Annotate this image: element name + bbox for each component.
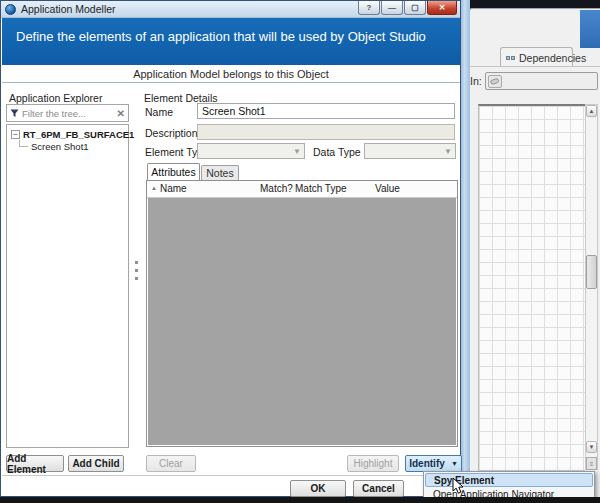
ok-label: OK [311, 483, 326, 494]
chevron-down-icon: ▼ [451, 460, 458, 467]
add-element-button[interactable]: Add Element [6, 455, 64, 472]
clear-label: Clear [159, 458, 183, 469]
element-type-select[interactable]: ▼ [197, 143, 305, 159]
sort-ascending-icon: ▲ [151, 185, 157, 191]
clear-button[interactable]: Clear [146, 455, 196, 472]
tree-connector [19, 140, 28, 147]
dependencies-tab-label: Dependencies [519, 52, 586, 64]
chevron-down-icon: ▼ [293, 147, 301, 156]
app-icon [5, 4, 16, 15]
in-filter-input[interactable] [485, 72, 598, 90]
add-element-label: Add Element [7, 453, 63, 475]
scroll-up-icon: ▲ [589, 108, 595, 114]
chevron-down-icon: ▼ [444, 147, 452, 156]
process-grid-canvas [478, 104, 585, 470]
minimize-button[interactable]: — [381, 1, 403, 15]
mouse-cursor [452, 477, 465, 499]
scroll-down-icon: ▼ [589, 444, 595, 450]
identify-dropdown-button[interactable]: ▼ [448, 455, 462, 472]
column-header-value[interactable]: Value [375, 183, 400, 194]
attributes-table: ▲ Name Match? Match Type Value [146, 180, 458, 447]
grip-icon: ≡ [590, 461, 594, 467]
ok-button[interactable]: OK [290, 480, 346, 497]
collapse-icon[interactable]: − [11, 130, 20, 139]
tab-underline [469, 66, 600, 67]
tab-notes-label: Notes [206, 167, 233, 179]
panel-splitter[interactable] [132, 92, 141, 448]
application-explorer-title: Application Explorer [9, 92, 102, 104]
description-label: Description [145, 127, 198, 139]
add-child-label: Add Child [72, 458, 119, 469]
column-header-match-type[interactable]: Match Type [295, 183, 347, 194]
tree-node-child[interactable]: Screen Shot1 [7, 140, 128, 152]
identify-label: Identify [409, 458, 445, 469]
column-header-match[interactable]: Match? [260, 183, 293, 194]
scroll-up-button[interactable]: ▲ [586, 105, 597, 117]
subtitle-bar: Application Model belongs to this Object [2, 65, 460, 83]
name-input[interactable] [197, 103, 455, 119]
help-button[interactable]: ? [358, 1, 380, 15]
cancel-button[interactable]: Cancel [353, 480, 404, 497]
data-type-select[interactable]: ▼ [364, 143, 456, 159]
application-tree[interactable]: − RT_6PM_FB_SURFACE1 Screen Shot1 [6, 124, 129, 448]
menu-item-spy-element[interactable]: Spy Element [425, 473, 593, 487]
banner: Define the elements of an application th… [2, 18, 460, 65]
tree-root-label: RT_6PM_FB_SURFACE1 [23, 129, 134, 140]
description-input[interactable] [197, 124, 455, 140]
maximize-icon: ▢ [411, 3, 419, 12]
tree-child-label: Screen Shot1 [31, 141, 89, 152]
background-blue-patch [580, 10, 600, 48]
highlight-label: Highlight [354, 458, 393, 469]
resize-grip[interactable]: ≡ [586, 457, 597, 470]
window-title: Application Modeller [21, 3, 116, 15]
tab-notes[interactable]: Notes [201, 165, 239, 180]
screen: Dependencies In: ▲ ▼ ≡ ▶ Application Mod… [0, 0, 600, 503]
in-label: In: [470, 75, 482, 87]
filter-tree-box[interactable]: ✕ [6, 104, 129, 122]
add-child-button[interactable]: Add Child [68, 455, 124, 472]
scroll-down-button[interactable]: ▼ [586, 441, 597, 453]
bottom-dark-strip [0, 497, 600, 503]
footer-separator [2, 475, 460, 476]
subtitle-text: Application Model belongs to this Object [133, 68, 329, 80]
attributes-table-header: ▲ Name Match? Match Type Value [147, 181, 457, 198]
highlight-button[interactable]: Highlight [347, 455, 399, 472]
close-button[interactable]: ✕ [427, 1, 457, 15]
tree-node-root[interactable]: − RT_6PM_FB_SURFACE1 [7, 128, 128, 140]
column-header-name[interactable]: Name [160, 183, 187, 194]
window-edge-strip [460, 0, 470, 503]
clear-filter-icon[interactable]: ✕ [117, 108, 125, 119]
data-type-label: Data Type [313, 146, 361, 158]
cancel-label: Cancel [362, 483, 395, 494]
vertical-scrollbar-thumb[interactable] [586, 255, 597, 289]
maximize-button[interactable]: ▢ [404, 1, 426, 15]
close-icon: ✕ [439, 3, 446, 12]
tab-attributes-label: Attributes [151, 166, 195, 178]
tab-dependencies[interactable]: Dependencies [500, 47, 573, 67]
filter-tree-input[interactable] [22, 108, 114, 119]
tab-attributes[interactable]: Attributes [147, 163, 200, 180]
identify-button[interactable]: Identify [405, 455, 449, 472]
banner-text: Define the elements of an application th… [16, 29, 426, 44]
dependencies-icon [506, 56, 515, 60]
help-icon: ? [367, 3, 372, 12]
name-label: Name [145, 106, 173, 118]
filter-funnel-icon [10, 109, 19, 118]
minimize-icon: — [388, 3, 396, 12]
application-modeller-dialog: Application Modeller ? — ▢ ✕ Define the … [0, 0, 461, 497]
attributes-table-body [148, 198, 456, 445]
eraser-icon[interactable] [488, 75, 502, 88]
